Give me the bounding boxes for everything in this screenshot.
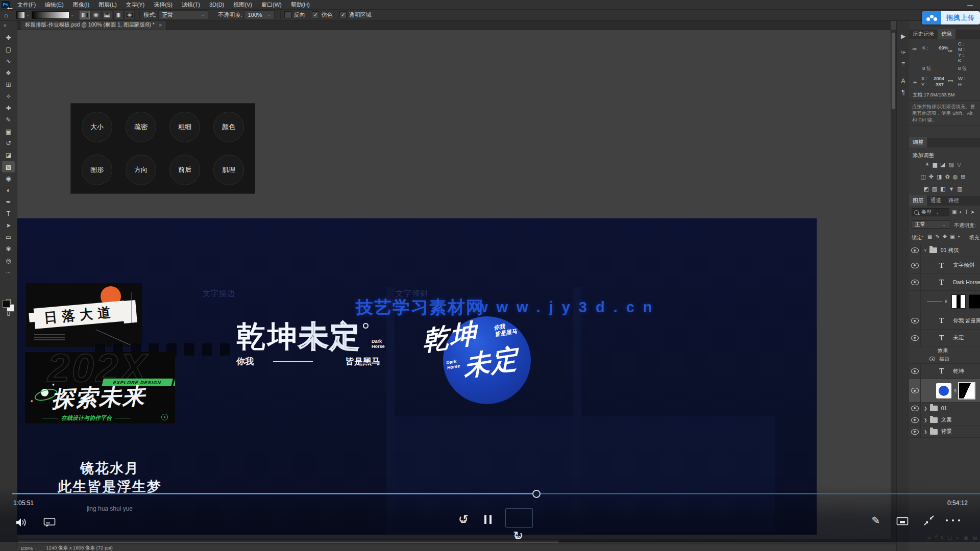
more-options-button[interactable] xyxy=(944,517,962,523)
layer-row-text[interactable]: T 文字倾斜 xyxy=(909,257,980,274)
gradient-map-icon[interactable]: ▼ xyxy=(948,186,957,192)
edit-toolbar-icon[interactable]: ⋯ xyxy=(2,267,15,278)
type-tool[interactable]: T xyxy=(2,208,15,219)
color-balance-icon[interactable]: ✤ xyxy=(929,173,937,180)
horizontal-scrollbar[interactable] xyxy=(17,539,891,544)
close-icon[interactable]: × xyxy=(159,22,162,28)
layer-row-text[interactable]: T 乾坤 xyxy=(909,364,980,379)
zoom-level[interactable]: 100% xyxy=(20,545,33,551)
topic-button[interactable]: 粗细 xyxy=(169,112,200,142)
lock-all-icon[interactable]: ▪ xyxy=(958,234,963,239)
topic-button[interactable]: 图形 xyxy=(82,155,112,185)
layer-filter-search[interactable]: 类型 ⌄ xyxy=(912,208,949,216)
topic-button[interactable]: 颜色 xyxy=(213,112,244,142)
shape-thumbnail[interactable] xyxy=(936,383,951,398)
layer-row-group[interactable]: ❯ 文案 xyxy=(909,414,980,426)
character-panel-icon[interactable]: A xyxy=(897,78,910,85)
layer-effects-header[interactable]: 效果 xyxy=(909,346,980,355)
menu-edit[interactable]: 编辑(E) xyxy=(40,0,68,9)
topic-button[interactable]: 前后 xyxy=(169,155,200,185)
progress-scrubber[interactable] xyxy=(532,490,541,498)
tab-info[interactable]: 信息 xyxy=(938,29,955,39)
brush-tool[interactable]: ✎ xyxy=(2,114,15,126)
gradient-thumbnail[interactable] xyxy=(951,294,966,309)
radial-gradient-button[interactable] xyxy=(91,11,101,19)
vibrance-icon[interactable]: ▽ xyxy=(957,161,964,167)
tab-adjustments[interactable]: 调整 xyxy=(909,137,927,147)
color-swatches[interactable] xyxy=(3,300,15,312)
paragraph-panel-icon[interactable]: ¶ xyxy=(897,89,910,96)
layer-row-gradient[interactable]: 8 xyxy=(909,291,980,312)
gradient-preset-icon[interactable] xyxy=(16,11,25,19)
visibility-toggle[interactable] xyxy=(909,379,921,402)
black-white-icon[interactable]: ◨ xyxy=(937,173,945,180)
menu-view[interactable]: 视图(V) xyxy=(229,0,257,9)
eye-icon[interactable] xyxy=(929,357,935,361)
diamond-gradient-button[interactable] xyxy=(125,11,135,19)
volume-button[interactable] xyxy=(14,515,29,530)
new-group-icon[interactable]: ▣ xyxy=(963,535,972,540)
menu-help[interactable]: 帮助(H) xyxy=(286,0,314,9)
curves-icon[interactable]: ◪ xyxy=(940,161,948,167)
threshold-icon[interactable]: ◧ xyxy=(940,186,948,192)
exit-fullscreen-button[interactable] xyxy=(922,513,936,528)
visibility-toggle[interactable] xyxy=(909,291,921,312)
invert-icon[interactable]: ◩ xyxy=(923,186,932,192)
layer-row-group[interactable]: ❯ 01 xyxy=(909,403,980,414)
layer-row-group[interactable]: ∨ 01 拷贝 xyxy=(909,244,980,257)
tab-history[interactable]: 历史记录 xyxy=(909,29,938,39)
lock-artboard-icon[interactable]: ▣ xyxy=(950,234,958,239)
transparency-checkbox[interactable]: ✓ xyxy=(339,11,347,18)
mask-thumbnail[interactable] xyxy=(969,294,980,309)
photo-filter-icon[interactable]: ✿ xyxy=(945,173,952,180)
opacity-select[interactable]: 100%⌄ xyxy=(244,10,275,19)
tab-paths[interactable]: 路径 xyxy=(945,195,963,206)
delete-layer-icon[interactable]: ▤ xyxy=(972,535,980,540)
visibility-toggle[interactable] xyxy=(909,312,921,329)
gradient-editor-strip[interactable] xyxy=(32,11,69,19)
layer-row-text[interactable]: T 你我 皆是黑马 xyxy=(909,312,980,330)
back-arrow-icon[interactable]: ← xyxy=(6,2,14,12)
layer-style-icon[interactable]: fx xyxy=(935,535,947,540)
annotate-button[interactable]: ✎ xyxy=(869,513,883,528)
eyedropper-tool[interactable]: ✧ xyxy=(2,91,15,102)
dodge-tool[interactable]: ◐ xyxy=(2,185,15,196)
visibility-toggle[interactable] xyxy=(909,403,921,414)
mini-player-button[interactable] xyxy=(895,515,910,527)
history-brush-tool[interactable]: ↺ xyxy=(2,138,15,149)
shape-tool[interactable]: ▭ xyxy=(2,232,15,243)
forward-30-button[interactable]: ↻ 30 xyxy=(509,528,527,544)
menu-3d[interactable]: 3D(D) xyxy=(205,0,229,9)
hand-tool[interactable]: ✾ xyxy=(2,243,15,255)
rewind-10-button[interactable]: ↺ 10 xyxy=(455,511,472,528)
selective-color-icon[interactable]: ▥ xyxy=(957,186,965,192)
menu-window[interactable]: 窗口(W) xyxy=(257,0,286,9)
link-layers-icon[interactable]: ∞ xyxy=(927,535,935,540)
lock-pixels-icon[interactable]: ✎ xyxy=(935,234,942,239)
crop-tool[interactable]: ⊞ xyxy=(2,79,15,90)
brush-settings-panel-icon[interactable]: ≡ xyxy=(897,60,910,67)
quick-selection-tool[interactable]: ❖ xyxy=(2,67,15,79)
lock-position-icon[interactable]: ✥ xyxy=(943,234,950,239)
marquee-tool[interactable]: ▢ xyxy=(2,44,15,55)
drag-upload-button[interactable]: 拖拽上传 xyxy=(922,11,980,24)
menu-type[interactable]: 文字(Y) xyxy=(121,0,150,9)
vertical-scrollbar[interactable] xyxy=(891,30,896,544)
layer-row-group[interactable]: ❯ 背景 xyxy=(909,426,980,438)
filter-type-icon[interactable]: T xyxy=(965,209,971,215)
pause-button[interactable] xyxy=(483,514,493,524)
visibility-toggle[interactable] xyxy=(909,414,921,425)
move-tool[interactable]: ✥ xyxy=(2,32,15,43)
scrollbar-thumb[interactable] xyxy=(892,33,895,109)
exposure-icon[interactable]: ▨ xyxy=(948,161,957,167)
blend-mode-select[interactable]: 正常⌄ xyxy=(158,10,208,19)
dither-checkbox[interactable]: ✓ xyxy=(312,11,319,18)
layer-row-text[interactable]: T Dark Horse xyxy=(909,274,980,291)
window-minimize-button[interactable]: — xyxy=(960,2,980,8)
layer-blend-mode-select[interactable]: 正常⌄ xyxy=(912,220,950,229)
progress-bar-remaining[interactable] xyxy=(536,493,980,494)
tab-layers[interactable]: 图层 xyxy=(909,195,927,206)
channel-mixer-icon[interactable]: ◍ xyxy=(953,173,961,180)
eraser-tool[interactable]: ◪ xyxy=(2,149,15,161)
filter-shape-icon[interactable]: ➤ xyxy=(971,209,977,215)
